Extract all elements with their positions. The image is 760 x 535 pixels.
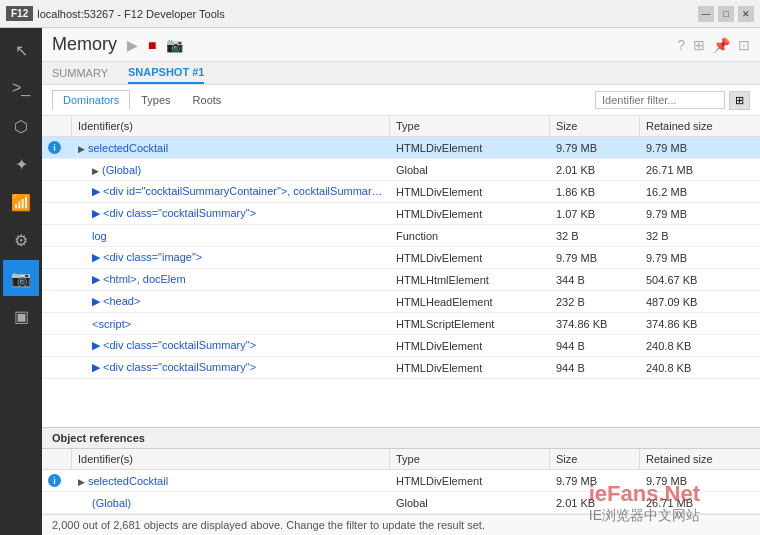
close-button[interactable]: ✕	[738, 6, 754, 22]
pin-icon[interactable]: 📌	[713, 37, 730, 53]
row-identifier: ▶(Global)	[72, 162, 390, 178]
tab-summary[interactable]: SUMMARY	[52, 67, 108, 83]
table-row[interactable]: i▶selectedCocktailHTMLDivElement9.79 MB9…	[42, 470, 760, 492]
row-retained: 240.8 KB	[640, 338, 760, 354]
bottom-table-header: Identifier(s) Type Size Retained size	[42, 449, 760, 470]
row-size: 9.79 MB	[550, 250, 640, 266]
minimize-button[interactable]: —	[698, 6, 714, 22]
row-retained: 26.71 MB	[640, 162, 760, 178]
window-title: localhost:53267 - F12 Developer Tools	[37, 8, 225, 20]
maximize-button[interactable]: □	[718, 6, 734, 22]
row-identifier: ▶selectedCocktail	[72, 473, 390, 489]
stop-icon[interactable]: ■	[148, 37, 156, 53]
row-identifier: ▶ <div class="cocktailSummary">	[72, 205, 390, 222]
row-info-col	[42, 366, 72, 370]
row-identifier: ▶ <head>	[72, 293, 390, 310]
bth-retained: Retained size	[640, 449, 760, 469]
filter-input[interactable]	[595, 91, 725, 109]
info-icon: i	[48, 474, 61, 487]
expander-icon[interactable]: ▶	[78, 144, 85, 154]
expander-icon[interactable]: ▶	[92, 166, 99, 176]
expander-icon[interactable]: ▶	[78, 477, 85, 487]
page-title: Memory	[52, 34, 117, 55]
dom-icon[interactable]: ⬡	[3, 108, 39, 144]
row-info-col	[42, 256, 72, 260]
info-icon: i	[48, 141, 61, 154]
table-row[interactable]: ▶(Global)Global2.01 KB26.71 MB	[42, 159, 760, 181]
tab-snapshot[interactable]: SNAPSHOT #1	[128, 66, 204, 84]
console-icon[interactable]: >_	[3, 70, 39, 106]
row-identifier: ▶ <div id="cocktailSummaryContainer">, c…	[72, 183, 390, 200]
help-icon[interactable]: ?	[677, 37, 685, 53]
row-size: 944 B	[550, 338, 640, 354]
sub-tab-dominators[interactable]: Dominators	[52, 90, 130, 110]
filter-columns-button[interactable]: ⊞	[729, 91, 750, 110]
bth-expand	[42, 449, 72, 469]
table-row[interactable]: <script>HTMLScriptElement374.86 KB374.86…	[42, 313, 760, 335]
table-row[interactable]: ▶ <html>, docElemHTMLHtmlElement344 B504…	[42, 269, 760, 291]
object-references-section: Object references	[42, 427, 760, 449]
table-row[interactable]: i▶selectedCocktailHTMLDivElement9.79 MB9…	[42, 137, 760, 159]
row-type: Global	[390, 495, 550, 511]
top-bar: Memory ▶ ■ 📷 ? ⊞ 📌 ⊡	[42, 28, 760, 62]
sub-tab-types[interactable]: Types	[130, 90, 181, 110]
row-type: Function	[390, 228, 550, 244]
style-icon[interactable]: ✦	[3, 146, 39, 182]
bth-size: Size	[550, 449, 640, 469]
row-size: 374.86 KB	[550, 316, 640, 332]
cursor-icon[interactable]: ↖	[3, 32, 39, 68]
th-size: Size	[550, 116, 640, 136]
table-row[interactable]: ▶ <div id="cocktailSummaryContainer">, c…	[42, 181, 760, 203]
row-type: HTMLDivElement	[390, 473, 550, 489]
title-bar: F12 localhost:53267 - F12 Developer Tool…	[0, 0, 760, 28]
row-type: HTMLHtmlElement	[390, 272, 550, 288]
f12-label: F12	[6, 6, 33, 21]
table-row[interactable]: ▶ <div class="cocktailSummary">HTMLDivEl…	[42, 203, 760, 225]
row-size: 2.01 KB	[550, 495, 640, 511]
table-row[interactable]: ▶ <div class="cocktailSummary">HTMLDivEl…	[42, 335, 760, 357]
gear-icon[interactable]: ⚙	[3, 222, 39, 258]
row-type: HTMLScriptElement	[390, 316, 550, 332]
table-row[interactable]: ▶ <div class="image">HTMLDivElement9.79 …	[42, 247, 760, 269]
row-identifier: ▶ <html>, docElem	[72, 271, 390, 288]
detach-icon[interactable]: ⊡	[738, 37, 750, 53]
row-type: HTMLDivElement	[390, 360, 550, 376]
row-identifier: ▶ <div class="image">	[72, 249, 390, 266]
row-size: 1.07 KB	[550, 206, 640, 222]
row-size: 2.01 KB	[550, 162, 640, 178]
object-references-table: i▶selectedCocktailHTMLDivElement9.79 MB9…	[42, 470, 760, 514]
tab-bar: SUMMARY SNAPSHOT #1	[42, 62, 760, 85]
wifi-icon[interactable]: 📶	[3, 184, 39, 220]
bth-identifier: Identifier(s)	[72, 449, 390, 469]
row-size: 344 B	[550, 272, 640, 288]
snapshot-icon[interactable]: 📷	[166, 37, 183, 53]
table-header: Identifier(s) Type Size Retained size	[42, 116, 760, 137]
row-retained: 16.2 MB	[640, 184, 760, 200]
row-size: 32 B	[550, 228, 640, 244]
layout-icon[interactable]: ⊞	[693, 37, 705, 53]
row-identifier: ▶ <div class="cocktailSummary">	[72, 337, 390, 354]
row-info-col	[42, 322, 72, 326]
table-row[interactable]: ▶ <div class="cocktailSummary">HTMLDivEl…	[42, 357, 760, 379]
table-row[interactable]: ▶ <head>HTMLHeadElement232 B487.09 KB	[42, 291, 760, 313]
row-info-col: i	[42, 472, 72, 490]
table-row[interactable]: (Global)Global2.01 KB26.71 MB	[42, 492, 760, 514]
th-identifier: Identifier(s)	[72, 116, 390, 136]
row-info-col	[42, 168, 72, 172]
table-row[interactable]: logFunction32 B32 B	[42, 225, 760, 247]
row-type: HTMLDivElement	[390, 338, 550, 354]
play-icon[interactable]: ▶	[127, 37, 138, 53]
row-type: HTMLDivElement	[390, 184, 550, 200]
profiler-icon[interactable]: ▣	[3, 298, 39, 334]
sub-tab-roots[interactable]: Roots	[182, 90, 233, 110]
row-type: HTMLDivElement	[390, 140, 550, 156]
row-retained: 9.79 MB	[640, 473, 760, 489]
row-info-col: i	[42, 139, 72, 157]
row-retained: 32 B	[640, 228, 760, 244]
row-size: 232 B	[550, 294, 640, 310]
row-retained: 487.09 KB	[640, 294, 760, 310]
main-table-body: i▶selectedCocktailHTMLDivElement9.79 MB9…	[42, 137, 760, 427]
th-expand	[42, 116, 72, 136]
memory-icon[interactable]: 📷	[3, 260, 39, 296]
row-size: 9.79 MB	[550, 140, 640, 156]
